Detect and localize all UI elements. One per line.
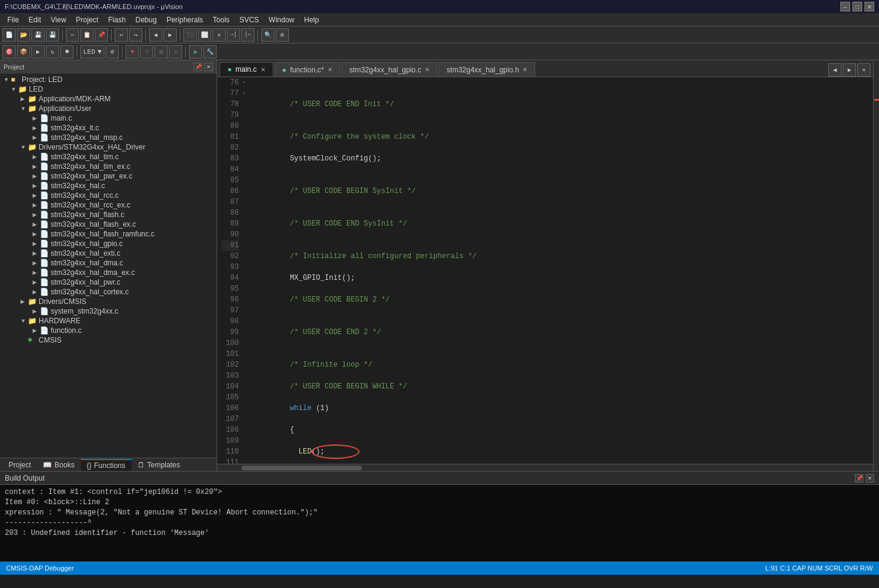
tree-file-system-stm32[interactable]: ▶📄system_stm32g4xx.c	[1, 306, 215, 316]
debug-run-button[interactable]: ⚡	[169, 45, 182, 58]
tab-project[interactable]: Project	[2, 460, 37, 470]
menu-svcs[interactable]: SVCS	[235, 14, 264, 25]
tree-file-hal-flash-ex[interactable]: ▶📄stm32g4xx_hal_flash_ex.c	[1, 220, 215, 229]
tree-file-hal-dma-ex[interactable]: ▶📄stm32g4xx_hal_dma_ex.c	[1, 268, 215, 277]
close-button[interactable]: ✕	[865, 2, 874, 11]
tab-hal-gpio-h-close[interactable]: ✕	[522, 66, 527, 73]
title-bar-title: F:\CUBEMX_G4\工程\LED\MDK-ARM\LED.uvprojx …	[5, 2, 183, 11]
tree-file-hal-flash-ramfunc[interactable]: ▶📄stm32g4xx_hal_flash_ramfunc.c	[1, 229, 215, 239]
target-options-button[interactable]: 🎯	[2, 45, 16, 58]
save-button[interactable]: 💾	[31, 28, 45, 42]
tree-file-hal-flash[interactable]: ▶📄stm32g4xx_hal_flash.c	[1, 210, 215, 220]
tree-file-hal-cortex[interactable]: ▶📄stm32g4xx_hal_cortex.c	[1, 287, 215, 297]
start-debug-button[interactable]: ▶	[189, 45, 202, 58]
tree-file-hal-tim-ex[interactable]: ▶📄stm32g4xx_hal_tim_ex.c	[1, 162, 215, 171]
tab-main-c-close[interactable]: ✕	[261, 66, 265, 73]
menu-edit[interactable]: Edit	[24, 14, 46, 25]
menu-help[interactable]: Help	[299, 14, 324, 25]
save-all-button[interactable]: 💾	[46, 28, 59, 42]
tree-project-root[interactable]: ▼ ■ Project: LED	[1, 75, 215, 84]
target-dropdown[interactable]: LED ▼	[80, 45, 104, 58]
tab-function-c-close[interactable]: ✕	[328, 66, 332, 73]
separator2	[111, 29, 112, 41]
tab-templates[interactable]: 🗒 Templates	[132, 460, 186, 470]
tab-hal-gpio-c-close[interactable]: ✕	[425, 66, 430, 73]
open-button[interactable]: 📂	[17, 28, 30, 42]
new-file-button[interactable]: 📄	[2, 28, 16, 42]
manage-rte-button[interactable]: 📦	[17, 45, 30, 58]
disable-bp-button[interactable]: ⬜	[198, 28, 211, 42]
menu-view[interactable]: View	[46, 14, 71, 25]
tree-file-hal-gpio[interactable]: ▶📄stm32g4xx_hal_gpio.c	[1, 239, 215, 248]
tree-file-main-c[interactable]: ▶ 📄 main.c	[1, 113, 215, 123]
menu-flash[interactable]: Flash	[103, 14, 130, 25]
build-output-close-button[interactable]: ✕	[866, 474, 874, 482]
tab-scroll-right-button[interactable]: ▶	[843, 63, 856, 77]
tree-file-hal-pwr-ex[interactable]: ▶📄stm32g4xx_hal_pwr_ex.c	[1, 171, 215, 181]
tab-scroll-left-button[interactable]: ◀	[828, 63, 842, 77]
clear-bp-button[interactable]: ✕	[212, 28, 226, 42]
tree-drivers-hal-label: Drivers/STM32G4xx_HAL_Driver	[39, 143, 145, 151]
settings-button[interactable]: ⚙	[276, 28, 289, 42]
tree-file-hal-tim[interactable]: ▶📄stm32g4xx_hal_tim.c	[1, 152, 215, 162]
tree-file-function-c[interactable]: ▶📄function.c	[1, 326, 215, 335]
indent-button[interactable]: →|	[227, 28, 240, 42]
tree-hardware[interactable]: ▼ 📁 HARDWARE	[1, 316, 215, 326]
tree-drivers-hal[interactable]: ▼ 📁 Drivers/STM32G4xx_HAL_Driver	[1, 142, 215, 152]
panel-pin-button[interactable]: 📌	[194, 63, 202, 71]
tree-file-hal-exti[interactable]: ▶📄stm32g4xx_hal_exti.c	[1, 248, 215, 258]
debug-erase-button[interactable]: ◎	[154, 45, 168, 58]
debug-reset-button[interactable]: ○	[140, 45, 153, 58]
code-editor[interactable]: 7677787980 8182838485 8687888990 91 9293…	[217, 77, 873, 464]
tree-file-msp-c[interactable]: ▶ 📄 stm32g4xx_hal_msp.c	[1, 133, 215, 142]
nav-back-button[interactable]: ◀	[149, 28, 162, 42]
unindent-button[interactable]: |←	[241, 28, 255, 42]
rebuild-button[interactable]: ↻	[46, 45, 59, 58]
debug-start-button[interactable]: ●	[125, 45, 139, 58]
tree-file-hal-pwr[interactable]: ▶📄stm32g4xx_hal_pwr.c	[1, 277, 215, 287]
tree-file-it-c[interactable]: ▶ 📄 stm32g4xx_it.c	[1, 123, 215, 133]
tab-close-all-button[interactable]: ✕	[857, 63, 871, 77]
breakpoint-button[interactable]: ⬛	[183, 28, 197, 42]
undo-button[interactable]: ↩	[115, 28, 128, 42]
build-button[interactable]: ▶	[31, 45, 45, 58]
tab-main-c[interactable]: ● main.c ✕	[220, 62, 273, 77]
title-bar: F:\CUBEMX_G4\工程\LED\MDK-ARM\LED.uvprojx …	[0, 0, 879, 13]
menu-window[interactable]: Window	[264, 14, 299, 25]
copy-button[interactable]: 📋	[80, 28, 94, 42]
editor-h-scrollbar[interactable]	[217, 464, 873, 471]
menu-project[interactable]: Project	[71, 14, 103, 25]
maximize-button[interactable]: □	[852, 2, 862, 11]
tab-functions[interactable]: {} Functions	[81, 459, 132, 471]
tab-books[interactable]: 📖 Books	[37, 460, 80, 470]
nav-forward-button[interactable]: ▶	[163, 28, 177, 42]
menu-file[interactable]: File	[2, 14, 24, 25]
minimize-button[interactable]: –	[840, 2, 850, 11]
tree-app-mdk[interactable]: ▶ 📁 Application/MDK-ARM	[1, 94, 215, 104]
redo-button[interactable]: ↪	[129, 28, 142, 42]
tree-app-user[interactable]: ▼ 📁 Application/User	[1, 104, 215, 113]
tab-hal-gpio-c[interactable]: stm32g4xx_hal_gpio.c ✕	[341, 62, 437, 77]
templates-icon: 🗒	[138, 461, 145, 469]
paste-button[interactable]: 📌	[95, 28, 108, 42]
cut-button[interactable]: ✂	[66, 28, 79, 42]
build-output-pin-button[interactable]: 📌	[855, 474, 863, 482]
target-config-button[interactable]: ⚙	[106, 45, 119, 58]
tree-file-hal-rcc-ex[interactable]: ▶📄stm32g4xx_hal_rcc_ex.c	[1, 200, 215, 210]
tree-arrow: ▼	[11, 86, 18, 92]
find-button[interactable]: 🔍	[261, 28, 274, 42]
tree-file-hal[interactable]: ▶📄stm32g4xx_hal.c	[1, 181, 215, 191]
tree-drivers-cmsis[interactable]: ▶ 📁 Drivers/CMSIS	[1, 297, 215, 306]
menu-peripherals[interactable]: Peripherals	[162, 14, 208, 25]
tree-cmsis-diamond[interactable]: ◆ CMSIS	[1, 335, 215, 345]
tab-hal-gpio-h[interactable]: stm32g4xx_hal_gpio.h ✕	[439, 62, 535, 77]
menu-debug[interactable]: Debug	[131, 14, 162, 25]
tree-file-hal-rcc[interactable]: ▶📄stm32g4xx_hal_rcc.c	[1, 191, 215, 200]
tools-button[interactable]: 🔧	[203, 45, 217, 58]
tab-function-c[interactable]: ● function.c* ✕	[274, 62, 340, 77]
tree-file-hal-dma[interactable]: ▶📄stm32g4xx_hal_dma.c	[1, 258, 215, 268]
panel-close-button[interactable]: ✕	[205, 63, 213, 71]
stop-build-button[interactable]: ■	[60, 45, 74, 58]
tree-led-root[interactable]: ▼ 📁 LED	[1, 84, 215, 94]
menu-tools[interactable]: Tools	[208, 14, 235, 25]
